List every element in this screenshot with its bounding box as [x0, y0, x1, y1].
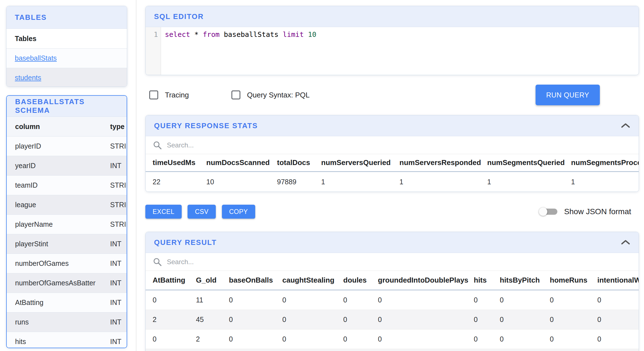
tracing-checkbox-group[interactable]: Tracing [149, 90, 189, 99]
stats-column-header-3[interactable]: numServersQueried [321, 158, 399, 167]
collapse-chevron-up-icon[interactable] [621, 123, 630, 129]
result-cell-r2-6: 0 [474, 335, 500, 343]
schema-row-yearID: yearIDINT [7, 156, 127, 175]
stats-cell-1: 10 [206, 178, 277, 186]
schema-column-name: hits [7, 338, 110, 346]
query-controls-row: Tracing Query Syntax: PQL RUN QUERY [145, 85, 639, 105]
schema-row-playerStint: playerStintINT [7, 234, 127, 254]
schema-column-name: yearID [7, 162, 110, 170]
result-column-header-5[interactable]: groundedIntoDoublePlays [378, 276, 474, 285]
sql-token: limit [283, 30, 304, 39]
excel-button[interactable]: EXCEL [145, 205, 182, 219]
pql-label[interactable]: Query Syntax: PQL [247, 91, 310, 99]
result-column-header-8[interactable]: homeRuns [550, 276, 597, 285]
pinot-query-console: TABLES Tables baseballStatsstudents BASE… [0, 0, 644, 351]
schema-column-name: playerID [7, 142, 110, 150]
stats-column-header-4[interactable]: numServersResponded [399, 158, 487, 167]
result-cell-r1-1: 45 [196, 316, 229, 324]
schema-column-name: runs [7, 318, 110, 326]
result-cell-r0-9: 0 [597, 296, 639, 304]
result-cell-r2-2: 0 [229, 335, 282, 343]
pql-checkbox[interactable] [231, 90, 240, 99]
result-column-header-0[interactable]: AtBatting [146, 276, 196, 285]
result-column-header-4[interactable]: doules [343, 276, 378, 285]
collapse-chevron-up-icon[interactable] [621, 239, 630, 245]
result-cell-r1-7: 0 [500, 316, 550, 324]
editor-gutter: 1 [146, 27, 161, 75]
result-cell-r1-2: 0 [229, 316, 282, 324]
schema-column-header[interactable]: column [7, 123, 110, 131]
result-panel-header: QUERY RESULT [146, 232, 639, 253]
result-cell-r0-5: 0 [378, 296, 474, 304]
result-panel-title: QUERY RESULT [154, 238, 217, 247]
result-cell-r2-9: 0 [597, 335, 639, 343]
sql-editor-panel: SQL EDITOR 1 select * from baseballStats… [145, 6, 639, 75]
table-list-item: students [6, 68, 127, 87]
schema-type-header[interactable]: type [110, 123, 127, 131]
stats-cell-0: 22 [146, 178, 206, 186]
schema-column-type: INT [110, 162, 127, 170]
stats-cell-6: 1 [571, 178, 639, 186]
result-cell-r0-1: 11 [196, 296, 229, 304]
table-link-students[interactable]: students [15, 74, 41, 82]
schema-column-name: numberOfGamesAsBatter [7, 279, 110, 287]
tracing-checkbox[interactable] [149, 90, 158, 99]
result-search-input[interactable] [166, 258, 335, 266]
result-cell-r1-9: 0 [597, 316, 639, 324]
search-icon [153, 257, 162, 266]
sql-editor-area[interactable]: 1 select * from baseballStats limit 10 [146, 27, 639, 75]
stats-panel-header: QUERY RESPONSE STATS [146, 115, 639, 136]
stats-column-header-0[interactable]: timeUsedMs [146, 158, 206, 167]
stats-column-header-1[interactable]: numDocsScanned [206, 158, 277, 167]
result-table-partial-row [146, 349, 639, 351]
stats-column-header-5[interactable]: numSegmentsQueried [487, 158, 571, 167]
stats-search-input[interactable] [166, 141, 335, 149]
stats-table-header-row: timeUsedMsnumDocsScannedtotalDocsnumServ… [146, 154, 639, 172]
stats-cell-3: 1 [321, 178, 399, 186]
schema-panel-title: BASEBALLSTATS SCHEMA [15, 97, 118, 115]
result-cell-r1-8: 0 [550, 316, 597, 324]
result-cell-r1-5: 0 [378, 316, 474, 324]
result-cell-r0-3: 0 [282, 296, 343, 304]
line-number: 1 [154, 30, 158, 39]
stats-column-header-6[interactable]: numSegmentsProcessed [571, 158, 639, 167]
result-table-row: 24500000000 [146, 310, 639, 329]
sql-token: from [203, 30, 219, 39]
tracing-label[interactable]: Tracing [165, 91, 189, 99]
tables-panel-header: TABLES [6, 6, 127, 29]
sql-editor-title: SQL EDITOR [154, 12, 204, 21]
csv-button[interactable]: CSV [188, 205, 216, 219]
result-cell-r1-4: 0 [343, 316, 378, 324]
result-column-header-7[interactable]: hitsByPitch [500, 276, 550, 285]
sql-query-text[interactable]: select * from baseballStats limit 10 [161, 27, 316, 75]
json-toggle-label: Show JSON format [564, 207, 631, 216]
schema-column-type: INT [110, 240, 127, 248]
stats-column-header-2[interactable]: totalDocs [277, 158, 321, 167]
tables-panel: TABLES Tables baseballStatsstudents [6, 6, 127, 87]
result-column-header-2[interactable]: baseOnBalls [229, 276, 282, 285]
schema-column-type: INT [110, 259, 127, 268]
tables-list: baseballStatsstudents [6, 48, 127, 87]
result-column-header-3[interactable]: caughtStealing [282, 276, 343, 285]
sql-token: select [165, 30, 190, 39]
result-cell-r0-2: 0 [229, 296, 282, 304]
result-table-header-row: AtBattingG_oldbaseOnBallscaughtStealingd… [146, 271, 639, 290]
table-link-baseballStats[interactable]: baseballStats [15, 54, 57, 62]
sql-token: baseballStats [220, 30, 283, 39]
result-column-header-9[interactable]: intentionalWalks [597, 276, 639, 285]
schema-column-name: AtBatting [7, 299, 110, 307]
schema-row-numberOfGamesAsBatter: numberOfGamesAsBatterINT [7, 273, 127, 293]
show-json-toggle[interactable] [539, 207, 557, 216]
result-cell-r2-4: 0 [343, 335, 378, 343]
result-column-header-6[interactable]: hits [474, 276, 500, 285]
pql-checkbox-group[interactable]: Query Syntax: PQL [231, 90, 310, 99]
schema-column-type: INT [110, 318, 127, 326]
schema-row-numberOfGames: numberOfGamesINT [7, 254, 127, 273]
schema-column-type: INT [110, 279, 127, 287]
result-cell-r0-7: 0 [500, 296, 550, 304]
copy-button[interactable]: COPY [222, 205, 255, 219]
table-list-item: baseballStats [6, 48, 127, 68]
result-column-header-1[interactable]: G_old [196, 276, 229, 285]
run-query-button[interactable]: RUN QUERY [536, 85, 600, 105]
schema-row-teamID: teamIDSTRING [7, 175, 127, 195]
